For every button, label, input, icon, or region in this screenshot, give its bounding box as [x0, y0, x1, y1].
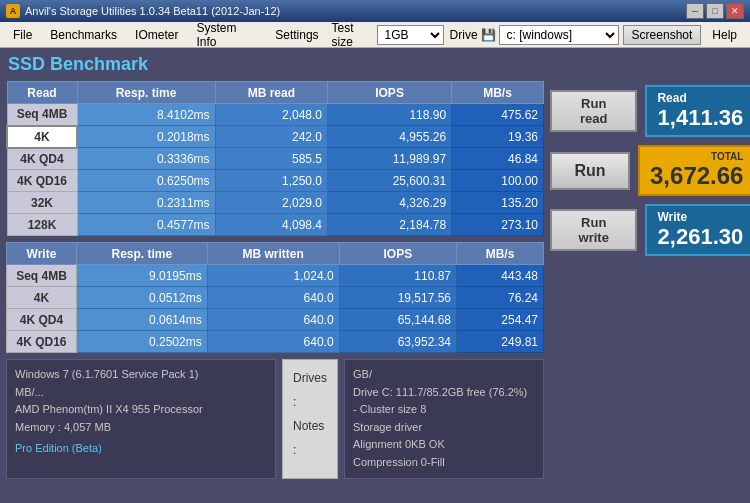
title-bar: A Anvil's Storage Utilities 1.0.34 Beta1… [0, 0, 750, 22]
cell-resp-32k-read: 0.2311ms [77, 192, 215, 214]
row-label-4kqd4-write: 4K QD4 [7, 309, 77, 331]
cell-resp-4kqd4-read: 0.3336ms [77, 148, 215, 170]
app-icon: A [6, 4, 20, 18]
read-header-row: Read Resp. time MB read IOPS MB/s [7, 82, 544, 104]
total-score-header: TOTAL [650, 151, 743, 162]
cell-resp-4kqd4-write: 0.0614ms [77, 309, 208, 331]
col-mbs-write: MB/s [457, 243, 544, 265]
drive-icon: 💾 [481, 28, 496, 42]
cell-mbs-4k-read: 19.36 [452, 126, 544, 148]
cell-mbs-4kqd4-read: 46.84 [452, 148, 544, 170]
run-read-section: Run read Read 1,411.36 [550, 85, 750, 137]
cell-mbs-32k-read: 135.20 [452, 192, 544, 214]
tables-panel: Read Resp. time MB read IOPS MB/s Seq 4M… [6, 81, 544, 479]
col-mb-written: MB written [207, 243, 339, 265]
system-info-panel: Windows 7 (6.1.7601 Service Pack 1) MB/.… [6, 359, 276, 479]
cell-mbs-128k-read: 273.10 [452, 214, 544, 236]
run-read-button[interactable]: Run read [550, 90, 637, 132]
menu-settings[interactable]: Settings [266, 24, 327, 46]
table-row: 4K QD16 0.2502ms 640.0 63,952.34 249.81 [7, 331, 544, 353]
cell-resp-seq4mb-read: 8.4102ms [77, 104, 215, 126]
col-mb-read: MB read [215, 82, 327, 104]
cell-iops-4k-write: 19,517.56 [339, 287, 456, 309]
close-button[interactable]: ✕ [726, 3, 744, 19]
menu-system-info[interactable]: System Info [187, 17, 266, 53]
cell-mb-4kqd16-write: 640.0 [207, 331, 339, 353]
drive-group: Drive 💾 c: [windows] [450, 25, 619, 45]
write-score-value: 2,261.30 [657, 224, 743, 250]
row-label-4kqd4-read: 4K QD4 [7, 148, 77, 170]
table-row: Seq 4MB 9.0195ms 1,024.0 110.87 443.48 [7, 265, 544, 287]
pro-edition-link[interactable]: Pro Edition (Beta) [15, 442, 102, 454]
table-row: Seq 4MB 8.4102ms 2,048.0 118.90 475.62 [7, 104, 544, 126]
cell-mb-seq4mb-read: 2,048.0 [215, 104, 327, 126]
ssd-title: SSD Benchmark [6, 54, 744, 75]
col-resp-time-read: Resp. time [77, 82, 215, 104]
cluster-size: - Cluster size 8 [353, 401, 535, 419]
write-score-box: Write 2,261.30 [645, 204, 750, 256]
cell-mbs-4k-write: 76.24 [457, 287, 544, 309]
cell-resp-4k-write: 0.0512ms [77, 287, 208, 309]
read-score-label: Read [657, 91, 743, 105]
run-button[interactable]: Run [550, 152, 630, 190]
total-score-box: TOTAL 3,672.66 [638, 145, 750, 196]
cell-iops-4k-read: 4,955.26 [328, 126, 452, 148]
drive-info-panel: GB/ Drive C: 111.7/85.2GB free (76.2%) -… [344, 359, 544, 479]
alignment: Alignment 0KB OK [353, 436, 535, 454]
cell-iops-4kqd16-write: 63,952.34 [339, 331, 456, 353]
minimize-button[interactable]: ─ [686, 3, 704, 19]
col-iops-read: IOPS [328, 82, 452, 104]
row-label-seq4mb-write: Seq 4MB [7, 265, 77, 287]
cell-iops-seq4mb-write: 110.87 [339, 265, 456, 287]
storage-driver: Storage driver [353, 419, 535, 437]
col-read: Read [7, 82, 77, 104]
read-score-box: Read 1,411.36 [645, 85, 750, 137]
cell-resp-128k-read: 0.4577ms [77, 214, 215, 236]
row-label-4k-write: 4K [7, 287, 77, 309]
cell-resp-4kqd16-write: 0.2502ms [77, 331, 208, 353]
table-row: 4K QD4 0.3336ms 585.5 11,989.97 46.84 [7, 148, 544, 170]
menu-help[interactable]: Help [703, 24, 746, 46]
table-row: 4K 0.0512ms 640.0 19,517.56 76.24 [7, 287, 544, 309]
cell-iops-4kqd16-read: 25,600.31 [328, 170, 452, 192]
cell-mbs-4kqd16-write: 249.81 [457, 331, 544, 353]
run-write-button[interactable]: Run write [550, 209, 637, 251]
write-table: Write Resp. time MB written IOPS MB/s Se… [6, 242, 544, 353]
sys-os: Windows 7 (6.1.7601 Service Pack 1) [15, 366, 267, 384]
title-bar-controls[interactable]: ─ □ ✕ [686, 3, 744, 19]
menu-iometer[interactable]: IOmeter [126, 24, 187, 46]
maximize-button[interactable]: □ [706, 3, 724, 19]
row-label-4kqd16-read: 4K QD16 [7, 170, 77, 192]
row-label-4k-read: 4K [7, 126, 77, 148]
cell-mb-4kqd4-read: 585.5 [215, 148, 327, 170]
menu-file[interactable]: File [4, 24, 41, 46]
menu-bar: File Benchmarks IOmeter System Info Sett… [0, 22, 750, 48]
test-size-label: Test size [332, 21, 374, 49]
row-label-32k-read: 32K [7, 192, 77, 214]
cell-mb-128k-read: 4,098.4 [215, 214, 327, 236]
write-header-row: Write Resp. time MB written IOPS MB/s [7, 243, 544, 265]
cell-mb-4kqd16-read: 1,250.0 [215, 170, 327, 192]
table-row: 4K 0.2018ms 242.0 4,955.26 19.36 [7, 126, 544, 148]
cell-mb-seq4mb-write: 1,024.0 [207, 265, 339, 287]
cell-mb-32k-read: 2,029.0 [215, 192, 327, 214]
test-size-select[interactable]: 1GB 512MB 2GB 4GB [377, 25, 444, 45]
row-label-4kqd16-write: 4K QD16 [7, 331, 77, 353]
read-score-value: 1,411.36 [657, 105, 743, 131]
cell-iops-32k-read: 4,326.29 [328, 192, 452, 214]
cell-resp-4k-read: 0.2018ms [77, 126, 215, 148]
menu-benchmarks[interactable]: Benchmarks [41, 24, 126, 46]
cell-resp-seq4mb-write: 9.0195ms [77, 265, 208, 287]
cell-mbs-4kqd4-write: 254.47 [457, 309, 544, 331]
total-score-value: 3,672.66 [650, 162, 743, 190]
drive-label: Drive [450, 28, 478, 42]
compression: Compression 0-Fill [353, 454, 535, 472]
table-row: 4K QD16 0.6250ms 1,250.0 25,600.31 100.0… [7, 170, 544, 192]
drive-select[interactable]: c: [windows] [499, 25, 619, 45]
cell-resp-4kqd16-read: 0.6250ms [77, 170, 215, 192]
col-write: Write [7, 243, 77, 265]
col-mbs-read: MB/s [452, 82, 544, 104]
gb-label: GB/ [353, 366, 535, 384]
sys-memory: Memory : 4,057 MB [15, 419, 267, 437]
screenshot-button[interactable]: Screenshot [623, 25, 702, 45]
